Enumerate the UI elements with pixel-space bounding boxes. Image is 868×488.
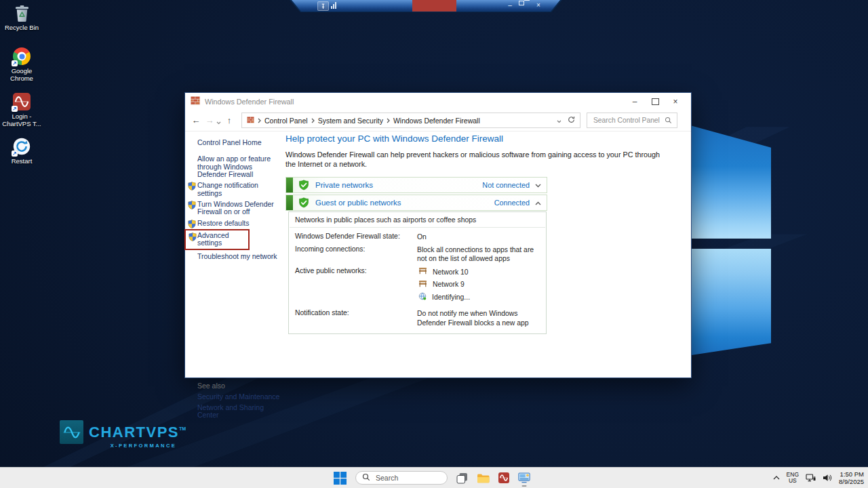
firewall-state-value: On [417,232,540,241]
running-app-indicator [522,485,527,487]
see-also-section: See also Security and Maintenance Networ… [197,382,285,419]
green-shield-check-icon [298,197,309,208]
recent-pages-chevron-icon[interactable] [216,115,221,127]
network-tray-icon[interactable] [806,474,816,483]
chartvps-logo-icon [60,420,83,444]
uac-shield-icon [189,232,197,243]
desktop-icon-google-chrome[interactable]: Google Chrome [0,47,43,83]
sidebar-item-troubleshoot-network[interactable]: Troubleshoot my network [197,253,277,260]
private-networks-row[interactable]: Private networks Not connected [285,177,547,193]
taskbar-search[interactable] [355,471,448,485]
shortcut-arrow-icon [12,150,18,157]
taskbar: ENG US 1:50 PM 8/9/2025 [0,467,868,488]
green-status-bar [286,178,293,192]
firewall-brick-icon [247,117,254,125]
sidebar-item-turn-firewall-on-off[interactable]: Turn Windows Defender Firewall on or off [186,201,277,216]
brand-trademark: TM [179,426,186,431]
search-input[interactable] [592,116,665,125]
sidebar-item-label: Advanced settings [197,231,229,247]
taskbar-search-input[interactable] [374,473,441,483]
identifying-network-item: Identifying... [418,292,540,302]
active-network-item: Network 10 [418,267,540,277]
pin-icon[interactable] [317,1,329,11]
window-titlebar[interactable]: Windows Defender Firewall – × [185,93,691,110]
taskbar-clock[interactable]: 1:50 PM 8/9/2025 [839,470,864,485]
address-dropdown-chevron-icon[interactable] [557,117,561,125]
incoming-connections-value: Block all connections to apps that are n… [417,245,540,264]
sidebar-item-change-notification-settings[interactable]: Change notification settings [186,182,277,197]
incoming-connections-label: Incoming connections: [295,245,417,264]
start-button[interactable] [334,472,347,485]
public-network-bench-icon [418,280,427,289]
active-public-networks-label: Active public networks: [295,267,417,305]
sidebar-link-security-and-maintenance[interactable]: Security and Maintenance [197,393,285,401]
control-panel-search[interactable] [587,113,677,128]
file-explorer-button[interactable] [477,473,490,483]
brand-tagline: X-PERFORMANCE [89,443,176,449]
window-main-content: Help protect your PC with Windows Defend… [285,134,692,334]
search-icon [665,115,672,127]
breadcrumb-system-and-security[interactable]: System and Security [318,117,383,125]
identifying-label: Identifying... [432,293,470,302]
network-status: Connected [494,199,530,207]
speaker-icon[interactable] [823,474,832,482]
uac-shield-icon [188,220,196,230]
rdp-connection-bar[interactable]: – × [292,0,560,12]
chevron-up-icon [535,201,541,205]
sidebar-item-restore-defaults[interactable]: Restore defaults [186,220,277,227]
control-panel-app-button[interactable] [518,472,530,483]
refresh-icon[interactable] [568,116,575,125]
desktop-icon-label: Recycle Bin [0,24,43,32]
signal-bars-icon [331,2,336,9]
up-button[interactable]: ↑ [222,115,236,125]
desktop-icon-recycle-bin[interactable]: Recycle Bin [0,4,43,32]
recycle-bin-icon [13,13,31,24]
chartvps-brand-logo: CHARTVPSTM X-PERFORMANCE [60,420,186,449]
desktop-icon-login-chartvps[interactable]: Login - ChartVPS T... [0,93,43,128]
sidebar-item-allow-app[interactable]: Allow an app or feature through Windows … [197,155,277,178]
page-title: Help protect your PC with Windows Defend… [285,134,692,144]
breadcrumb-control-panel[interactable]: Control Panel [264,117,308,125]
rdp-close-button[interactable]: × [534,1,542,10]
shortcut-arrow-icon [12,106,18,112]
rdp-minimize-button[interactable]: – [506,1,514,10]
task-view-button[interactable] [456,472,468,484]
window-close-button[interactable]: × [665,94,686,109]
uac-shield-icon [188,201,196,211]
window-title: Windows Defender Firewall [205,98,620,106]
chartvps-app-button[interactable] [498,472,509,483]
forward-button[interactable]: → [203,115,216,125]
shortcut-arrow-icon [12,60,18,66]
sidebar-item-advanced-settings[interactable]: Advanced settings [184,229,250,250]
sidebar-link-network-and-sharing-center[interactable]: Network and Sharing Center [197,404,285,420]
chartvps-icon [498,472,509,483]
back-button[interactable]: ← [189,115,203,125]
rdp-restore-button[interactable] [520,1,528,10]
clock-date: 8/9/2025 [839,478,864,485]
breadcrumb-chevron-icon [258,117,261,125]
tray-chevron-up-icon[interactable] [773,476,780,480]
sidebar-item-label: Turn Windows Defender Firewall on or off [197,200,274,216]
uac-shield-icon [188,182,196,192]
network-section-name: Private networks [315,181,482,189]
firewall-brick-icon [191,96,200,108]
identifying-globe-icon [418,292,427,302]
breadcrumb-windows-defender-firewall[interactable]: Windows Defender Firewall [393,117,480,125]
window-minimize-button[interactable]: – [625,94,645,109]
desktop-icon-label: Restart [0,158,43,165]
clock-time: 1:50 PM [839,470,864,478]
breadcrumb-chevron-icon [387,117,390,125]
address-bar[interactable]: Control Panel System and Security Window… [241,113,580,128]
guest-public-networks-details: Networks in public places such as airpor… [288,211,547,335]
sidebar-item-control-panel-home[interactable]: Control Panel Home [197,139,285,146]
search-icon [362,472,370,484]
guest-public-networks-row[interactable]: Guest or public networks Connected [285,195,547,211]
window-maximize-button[interactable] [645,94,665,109]
brand-name: CHARTVPSTM [89,420,186,441]
see-also-header: See also [197,382,285,390]
breadcrumb-chevron-icon [311,117,315,125]
language-indicator[interactable]: ENG US [787,472,799,485]
firewall-state-label: Windows Defender Firewall state: [295,232,417,241]
desktop-icon-restart[interactable]: Restart [0,138,43,165]
chevron-down-icon [535,184,541,188]
